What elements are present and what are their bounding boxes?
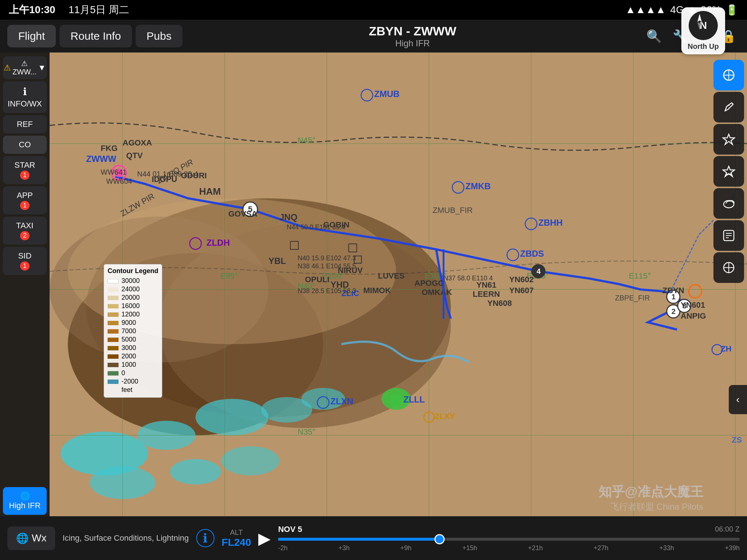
svg-text:OMKAK: OMKAK	[422, 288, 452, 297]
north-up-label: North Up	[688, 42, 719, 51]
info-circle-button[interactable]: ℹ	[196, 529, 214, 547]
svg-text:YN602: YN602	[509, 275, 534, 284]
svg-point-13	[221, 446, 279, 475]
wx-globe-icon: 🌐	[16, 532, 29, 544]
sidebar-item-star[interactable]: STAR 1	[3, 156, 47, 184]
svg-text:YN607: YN607	[509, 286, 534, 295]
svg-text:OPULI: OPULI	[305, 275, 329, 284]
flight-button[interactable]: Flight	[7, 25, 56, 47]
svg-text:YN601: YN601	[681, 300, 705, 310]
time-39: +39h	[725, 544, 740, 552]
pencil-button[interactable]	[713, 92, 744, 122]
svg-text:2: 2	[671, 307, 676, 315]
sidebar-item-highifr[interactable]: 🌐 High IFR	[3, 487, 47, 515]
status-date: 11月5日 周二	[69, 3, 129, 17]
sidebar-item-sid[interactable]: SID 1	[3, 247, 47, 275]
svg-text:HAM: HAM	[199, 186, 221, 197]
svg-text:ZMUB_FIR: ZMUB_FIR	[433, 206, 473, 215]
sid-badge: 1	[20, 261, 30, 271]
status-time: 上午10:30	[9, 3, 55, 17]
wx-label: Wx	[32, 532, 46, 544]
timeline-track[interactable]	[278, 538, 740, 541]
svg-text:JNQ: JNQ	[279, 212, 297, 222]
timeline-progress	[278, 538, 440, 541]
highifr-label: High IFR	[9, 501, 41, 510]
warning-icon: ⚠	[4, 63, 11, 73]
svg-text:ZLDH: ZLDH	[206, 238, 230, 248]
svg-marker-117	[723, 134, 735, 144]
route-info-button[interactable]: Route Info	[59, 25, 132, 47]
timeline-labels: -2h +3h +9h +15h +21h +27h +33h +39h	[278, 544, 740, 552]
svg-text:ZBPE_FIR: ZBPE_FIR	[615, 294, 650, 302]
svg-text:N35°: N35°	[298, 427, 316, 436]
right-panel	[711, 52, 747, 283]
wx-button[interactable]: 🌐 Wx	[7, 526, 55, 550]
svg-text:ZS: ZS	[732, 435, 742, 444]
bottom-bar: 🌐 Wx Icing, Surface Conditions, Lightnin…	[0, 516, 747, 560]
svg-text:LUVES: LUVES	[378, 271, 405, 280]
sidebar-item-co[interactable]: CO	[3, 136, 47, 154]
taxi-badge: 2	[20, 231, 30, 240]
remove-waypoint-button[interactable]	[713, 156, 744, 187]
altitude-legend: Contour Legend 30000 24000 20000 16000 1…	[104, 264, 162, 398]
measure-button[interactable]	[713, 252, 744, 283]
sidebar-item-app[interactable]: APP 1	[3, 186, 47, 214]
timeline-time: 06:00 Z	[715, 525, 740, 533]
add-waypoint-button[interactable]	[713, 124, 744, 155]
status-bar: 上午10:30 11月5日 周二 ▲▲▲▲ 4G ◆ 96% 🔋	[0, 0, 747, 20]
time-33: +33h	[659, 544, 674, 552]
battery-icon: 🔋	[725, 4, 738, 16]
sidebar-item-infowx[interactable]: ℹ INFO/WX	[3, 81, 47, 113]
svg-text:FKG: FKG	[101, 144, 117, 153]
svg-text:N45°: N45°	[298, 136, 316, 145]
chevron-down-icon: ▼	[38, 63, 46, 73]
svg-text:APOGO: APOGO	[414, 279, 444, 288]
map-area[interactable]: ZWUQ PIR ZLZW PIR ZMUB_FIR ZBPE_FIR N45°…	[50, 52, 747, 516]
svg-text:YN608: YN608	[487, 299, 512, 308]
time-3: +3h	[338, 544, 350, 552]
map-layers-button[interactable]	[713, 60, 744, 90]
star-label: STAR	[14, 160, 35, 170]
svg-text:N38 28.5 E105 58.3: N38 28.5 E105 58.3	[298, 287, 356, 295]
svg-marker-111	[697, 14, 702, 22]
svg-text:ANPIG: ANPIG	[681, 311, 706, 320]
timeline-thumb[interactable]	[434, 534, 445, 544]
svg-text:LEERN: LEERN	[473, 289, 500, 299]
time-21: +21h	[528, 544, 543, 552]
svg-text:YBL: YBL	[268, 256, 286, 266]
sidebar-item-zwww[interactable]: ⚠ ⚠ ZWW... ▼	[3, 56, 47, 79]
star-badge: 1	[20, 171, 30, 180]
route-sub: High IFR	[186, 38, 639, 48]
signal-icon: ▲▲▲▲	[626, 4, 666, 16]
svg-point-98	[390, 395, 402, 407]
svg-text:4: 4	[537, 267, 541, 275]
svg-text:ZMUB: ZMUB	[374, 89, 399, 99]
play-button[interactable]: ▶	[258, 529, 271, 548]
time-neg2: -2h	[278, 544, 287, 552]
compass[interactable]: N North Up	[681, 7, 725, 54]
svg-text:NIRUV: NIRUV	[338, 266, 363, 275]
ref-label: REF	[17, 120, 33, 129]
alt-label: ALT	[230, 528, 243, 537]
collapse-button[interactable]: ‹	[729, 385, 747, 414]
svg-text:ZLLL: ZLLL	[403, 394, 425, 404]
search-button[interactable]: 🔍	[643, 25, 665, 47]
svg-text:WW604: WW604	[106, 177, 132, 185]
svg-text:E95°: E95°	[220, 271, 238, 280]
svg-marker-112	[697, 22, 702, 30]
svg-text:GOVSA: GOVSA	[228, 209, 258, 218]
sidebar-item-ref[interactable]: REF	[3, 115, 47, 133]
altitude-legend-title: Contour Legend	[108, 267, 158, 275]
pubs-button[interactable]: Pubs	[136, 25, 182, 47]
weather-overlay-button[interactable]	[713, 188, 744, 219]
sid-label: SID	[18, 251, 32, 261]
svg-text:QTV: QTV	[126, 151, 143, 160]
co-label: CO	[19, 140, 31, 149]
info-icon: ℹ	[23, 86, 27, 98]
svg-point-12	[170, 459, 221, 485]
sidebar-item-taxi[interactable]: TAXI 2	[3, 217, 47, 245]
cloud-button[interactable]	[713, 220, 744, 251]
timeline[interactable]: NOV 5 06:00 Z -2h +3h +9h +15h +21h +27h…	[278, 525, 740, 552]
route-main: ZBYN - ZWWW	[186, 24, 639, 38]
route-title: ZBYN - ZWWW High IFR	[186, 24, 639, 48]
